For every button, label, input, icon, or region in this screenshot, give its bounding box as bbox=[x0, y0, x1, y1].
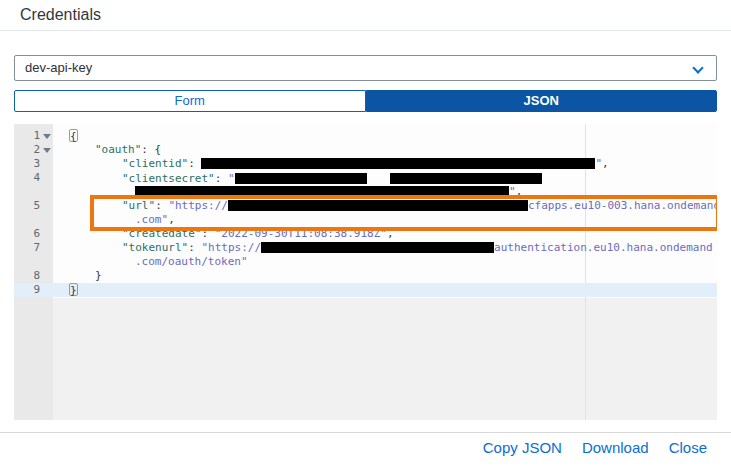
redacted-bar bbox=[235, 173, 367, 184]
redacted-bar bbox=[228, 200, 528, 211]
code-token: "https:// bbox=[201, 241, 261, 254]
redacted-bar bbox=[201, 158, 595, 169]
chevron-down-icon[interactable] bbox=[692, 62, 703, 73]
form-tab-button[interactable]: Form bbox=[14, 90, 366, 112]
code-token: "oauth" bbox=[95, 143, 141, 156]
fold-arrow-icon[interactable] bbox=[43, 134, 51, 139]
line-number bbox=[14, 185, 53, 199]
code-line[interactable]: 2"oauth": { bbox=[14, 143, 717, 157]
code-token: "tokenurl" bbox=[122, 241, 188, 254]
code-text: "createdate": "2022-09-30T11:08:38.918Z"… bbox=[53, 227, 717, 241]
code-token: "url" bbox=[122, 199, 155, 212]
code-text: "oauth": { bbox=[53, 143, 717, 157]
code-line-wrap[interactable]: ", bbox=[14, 185, 717, 199]
matched-bracket: } bbox=[69, 283, 78, 296]
code-lines: 1{2"oauth": {3"clientid": ",4"clientsecr… bbox=[14, 129, 717, 297]
code-text: } bbox=[53, 269, 717, 283]
code-line[interactable]: 3"clientid": ", bbox=[14, 157, 717, 171]
redacted-bar bbox=[390, 173, 542, 184]
footer-toolbar: Copy JSON Download Close bbox=[483, 437, 707, 459]
line-number: 2 bbox=[14, 143, 53, 157]
code-token: : bbox=[188, 241, 201, 254]
code-text: } bbox=[53, 283, 717, 297]
code-token: authentication.eu10.hana.ondemand bbox=[494, 241, 713, 254]
copy-json-button[interactable]: Copy JSON bbox=[483, 437, 562, 459]
line-number: 4 bbox=[14, 171, 53, 185]
line-number: 7 bbox=[14, 241, 53, 255]
line-number bbox=[14, 255, 53, 269]
line-number: 1 bbox=[14, 129, 53, 143]
dialog-title: Credentials bbox=[20, 6, 101, 24]
code-token: "createdate" bbox=[122, 227, 201, 240]
line-number: 8 bbox=[14, 269, 53, 283]
code-text: .com/oauth/token" bbox=[53, 255, 717, 269]
code-text: "clientsecret": " bbox=[53, 171, 717, 185]
code-line[interactable]: 8} bbox=[14, 269, 717, 283]
code-token: : bbox=[155, 199, 168, 212]
code-line-wrap[interactable]: .com/oauth/token" bbox=[14, 255, 717, 269]
code-token: "clientid" bbox=[122, 157, 188, 170]
redaction-gap bbox=[367, 171, 390, 182]
close-button[interactable]: Close bbox=[669, 437, 707, 459]
code-text: { bbox=[53, 129, 717, 143]
line-number: 5 bbox=[14, 199, 53, 213]
code-line[interactable]: 5"url": "https://cfapps.eu10-003.hana.on… bbox=[14, 199, 717, 213]
line-number: 6 bbox=[14, 227, 53, 241]
code-text: ", bbox=[53, 185, 717, 199]
code-token: } bbox=[95, 269, 102, 282]
code-token: "clientsecret" bbox=[122, 172, 215, 185]
code-token: cfapps.eu10-003.hana.ondemand bbox=[528, 199, 717, 212]
code-text: .com", bbox=[53, 213, 717, 227]
code-token: : bbox=[215, 172, 228, 185]
code-line[interactable]: 1{ bbox=[14, 129, 717, 143]
code-token: , bbox=[516, 185, 523, 198]
code-token: , bbox=[168, 213, 175, 226]
code-line[interactable]: 7"tokenurl": "https://authentication.eu1… bbox=[14, 241, 717, 255]
code-line[interactable]: 9} bbox=[14, 283, 717, 297]
redacted-bar bbox=[261, 242, 494, 253]
code-text: "url": "https://cfapps.eu10-003.hana.ond… bbox=[53, 199, 717, 213]
code-token: "https:// bbox=[168, 199, 228, 212]
fold-arrow-icon[interactable] bbox=[43, 148, 51, 153]
code-token: " bbox=[509, 185, 516, 198]
footer-divider bbox=[0, 432, 731, 433]
code-token: : { bbox=[141, 143, 161, 156]
code-token: , bbox=[602, 157, 609, 170]
credential-select-value: dev-api-key bbox=[25, 60, 92, 75]
code-line[interactable]: 6"createdate": "2022-09-30T11:08:38.918Z… bbox=[14, 227, 717, 241]
line-number: 3 bbox=[14, 157, 53, 171]
code-token: : bbox=[201, 227, 214, 240]
code-text: "tokenurl": "https://authentication.eu10… bbox=[53, 241, 717, 255]
redacted-bar bbox=[135, 186, 509, 197]
json-code-editor[interactable]: 1{2"oauth": {3"clientid": ",4"clientsecr… bbox=[14, 124, 717, 420]
download-button[interactable]: Download bbox=[582, 437, 649, 459]
json-tab-button[interactable]: JSON bbox=[366, 90, 718, 112]
dialog-header: Credentials bbox=[0, 0, 731, 31]
code-token: "2022-09-30T11:08:38.918Z" bbox=[215, 227, 387, 240]
matched-bracket: { bbox=[69, 129, 78, 142]
code-token: .com/oauth/token" bbox=[135, 255, 248, 268]
credential-select[interactable]: dev-api-key bbox=[14, 55, 717, 81]
credentials-dialog: Credentials dev-api-key Form JSON 1{2"oa… bbox=[0, 0, 731, 466]
code-token: .com" bbox=[135, 213, 168, 226]
code-token: , bbox=[387, 227, 394, 240]
code-token: " bbox=[228, 172, 235, 185]
code-token: : bbox=[188, 157, 201, 170]
view-toggle: Form JSON bbox=[14, 90, 717, 112]
code-text: "clientid": ", bbox=[53, 157, 717, 171]
code-line-wrap[interactable]: .com", bbox=[14, 213, 717, 227]
line-number bbox=[14, 213, 53, 227]
line-number: 9 bbox=[14, 283, 53, 297]
code-line[interactable]: 4"clientsecret": " bbox=[14, 171, 717, 185]
